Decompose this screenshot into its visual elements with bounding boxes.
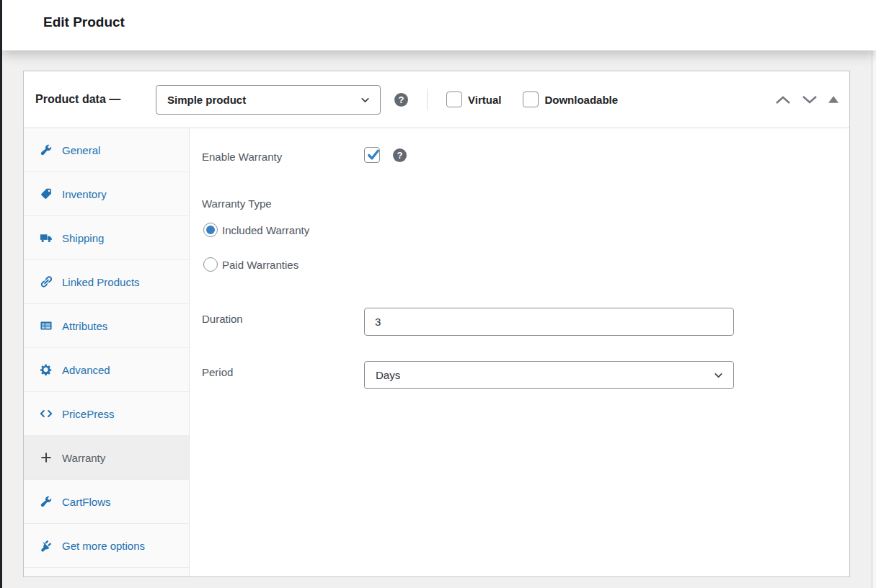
period-label: Period [202, 366, 233, 378]
tab-label: Advanced [62, 364, 110, 376]
wrench-icon [39, 494, 53, 509]
tab-inventory[interactable]: Inventory [24, 172, 189, 216]
list-icon [39, 318, 53, 333]
enable-warranty-help-icon[interactable]: ? [393, 148, 407, 162]
page-title: Edit Product [43, 14, 125, 30]
wrench-icon [39, 143, 53, 157]
tag-icon [39, 187, 53, 201]
metabox-title: Product data — [35, 93, 156, 106]
chain-link-icon [39, 275, 53, 289]
admin-sidebar-edge [0, 0, 2, 588]
virtual-checkbox[interactable]: Virtual [446, 92, 501, 107]
move-up-icon[interactable] [775, 95, 791, 104]
chevron-down-icon [359, 94, 371, 106]
tab-label: PricePress [62, 408, 115, 420]
tab-label: Linked Products [62, 276, 140, 288]
code-icon [39, 406, 53, 421]
period-select[interactable]: Days [364, 361, 734, 389]
downloadable-label: Downloadable [544, 94, 618, 106]
metabox-body: General Inventory Shipping Linked Produc… [24, 128, 849, 576]
tab-label: Inventory [62, 188, 107, 200]
gear-icon [39, 362, 53, 377]
tab-label: Shipping [62, 232, 104, 244]
metabox-header: Product data — Simple product ? Virtual … [24, 71, 849, 128]
help-icon[interactable]: ? [394, 93, 408, 107]
metabox-controls [775, 95, 839, 104]
tab-get-more-options[interactable]: Get more options [24, 524, 189, 568]
product-type-select[interactable]: Simple product [156, 85, 381, 115]
tab-linked-products[interactable]: Linked Products [24, 260, 189, 304]
tab-label: Warranty [62, 452, 105, 464]
move-down-icon[interactable] [802, 95, 818, 104]
collapse-toggle-icon[interactable] [828, 96, 839, 103]
product-type-value: Simple product [167, 94, 246, 106]
truck-icon [39, 231, 53, 245]
virtual-label: Virtual [468, 94, 501, 106]
tab-label: Get more options [62, 540, 145, 552]
virtual-checkbox-box[interactable] [446, 92, 462, 107]
chevron-down-icon [712, 369, 725, 381]
tab-label: General [62, 144, 100, 156]
downloadable-checkbox[interactable]: Downloadable [523, 92, 618, 107]
tab-label: CartFlows [62, 496, 111, 508]
downloadable-checkbox-box[interactable] [523, 92, 539, 107]
top-bar: Edit Product [2, 0, 876, 50]
warranty-panel: Enable Warranty ? Warranty Type Included… [190, 128, 849, 576]
warranty-type-label: Warranty Type [202, 197, 272, 210]
included-warranty-radio[interactable] [203, 223, 218, 237]
tab-label: Attributes [62, 320, 107, 332]
product-data-tabs: General Inventory Shipping Linked Produc… [24, 128, 190, 576]
duration-input[interactable] [364, 308, 734, 336]
page-scrollbar[interactable] [872, 50, 876, 588]
plug-icon [39, 538, 53, 553]
product-data-metabox: Product data — Simple product ? Virtual … [23, 71, 850, 577]
tab-cartflows[interactable]: CartFlows [24, 480, 189, 524]
tab-advanced[interactable]: Advanced [24, 348, 189, 392]
paid-warranties-label: Paid Warranties [222, 259, 298, 271]
enable-warranty-label: Enable Warranty [202, 151, 282, 163]
header-divider [427, 89, 428, 110]
paid-warranties-radio[interactable] [203, 257, 218, 272]
included-warranty-label: Included Warranty [222, 224, 309, 236]
tab-pricepress[interactable]: PricePress [24, 392, 189, 436]
duration-label: Duration [202, 313, 243, 325]
tab-general[interactable]: General [24, 128, 189, 172]
tab-shipping[interactable]: Shipping [24, 216, 189, 260]
enable-warranty-checkbox[interactable] [364, 147, 380, 163]
period-value: Days [376, 369, 400, 381]
tab-warranty[interactable]: Warranty [24, 436, 189, 480]
tab-attributes[interactable]: Attributes [24, 304, 189, 348]
plus-icon [39, 450, 53, 465]
